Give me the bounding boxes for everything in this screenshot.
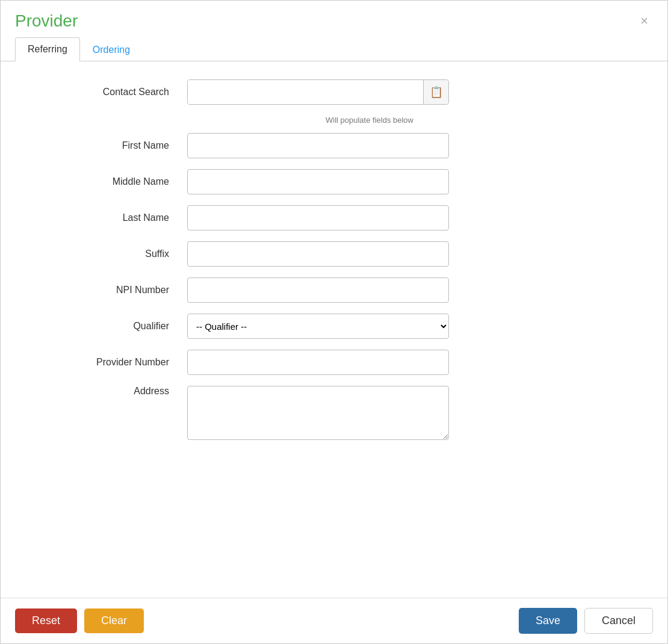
- suffix-label: Suffix: [49, 249, 187, 259]
- contact-search-input[interactable]: [188, 80, 423, 104]
- last-name-input[interactable]: [187, 205, 449, 231]
- qualifier-row: Qualifier -- Qualifier -- Option 1 Optio…: [1, 314, 667, 339]
- save-button[interactable]: Save: [519, 608, 577, 634]
- middle-name-row: Middle Name: [1, 169, 667, 194]
- npi-number-input[interactable]: [187, 277, 449, 303]
- first-name-input[interactable]: [187, 133, 449, 158]
- tabs-area: Referring Ordering: [1, 37, 667, 61]
- middle-name-input[interactable]: [187, 169, 449, 194]
- address-label: Address: [49, 386, 187, 397]
- suffix-row: Suffix: [1, 241, 667, 267]
- middle-name-label: Middle Name: [49, 176, 187, 187]
- provider-number-label: Provider Number: [49, 357, 187, 368]
- modal-header: Provider ×: [1, 1, 667, 37]
- tab-referring[interactable]: Referring: [15, 37, 80, 61]
- address-row: Address: [1, 386, 667, 440]
- cancel-button[interactable]: Cancel: [584, 608, 653, 634]
- first-name-label: First Name: [49, 140, 187, 151]
- qualifier-label: Qualifier: [49, 321, 187, 332]
- first-name-row: First Name: [1, 133, 667, 158]
- npi-number-label: NPI Number: [49, 285, 187, 296]
- qualifier-select[interactable]: -- Qualifier -- Option 1 Option 2: [187, 314, 449, 339]
- modal-title: Provider: [15, 11, 78, 31]
- form-area: Contact Search 📋 Will populate fields be…: [1, 61, 667, 598]
- contact-search-row: Contact Search 📋: [1, 79, 667, 105]
- contact-search-label: Contact Search: [49, 87, 187, 98]
- provider-number-input[interactable]: [187, 350, 449, 375]
- tab-ordering[interactable]: Ordering: [80, 38, 143, 61]
- footer-left-buttons: Reset Clear: [15, 608, 144, 633]
- contact-search-hint: Will populate fields below: [139, 116, 667, 125]
- provider-number-row: Provider Number: [1, 350, 667, 375]
- contact-search-wrapper: 📋: [187, 79, 449, 105]
- footer-right-buttons: Save Cancel: [519, 608, 653, 634]
- suffix-input[interactable]: [187, 241, 449, 267]
- modal-container: Provider × Referring Ordering Contact Se…: [0, 0, 668, 644]
- address-textarea[interactable]: [187, 386, 449, 440]
- contact-search-icon-button[interactable]: 📋: [423, 80, 448, 104]
- modal-footer: Reset Clear Save Cancel: [1, 598, 667, 643]
- reset-button[interactable]: Reset: [15, 608, 77, 633]
- last-name-label: Last Name: [49, 212, 187, 223]
- close-button[interactable]: ×: [636, 12, 653, 30]
- last-name-row: Last Name: [1, 205, 667, 231]
- npi-number-row: NPI Number: [1, 277, 667, 303]
- contact-card-icon: 📋: [430, 85, 443, 99]
- clear-button[interactable]: Clear: [84, 608, 144, 633]
